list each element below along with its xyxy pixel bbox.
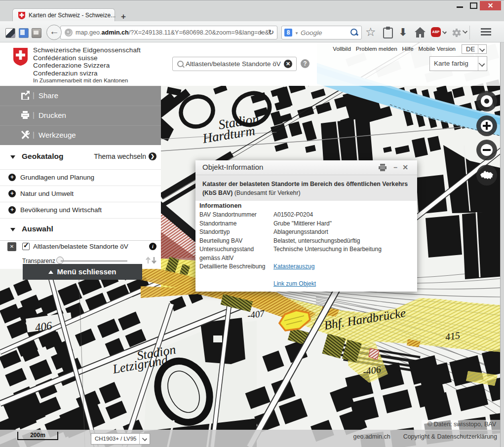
svg-text:415: 415 xyxy=(444,330,461,342)
svg-text:406: 406 xyxy=(34,319,53,334)
